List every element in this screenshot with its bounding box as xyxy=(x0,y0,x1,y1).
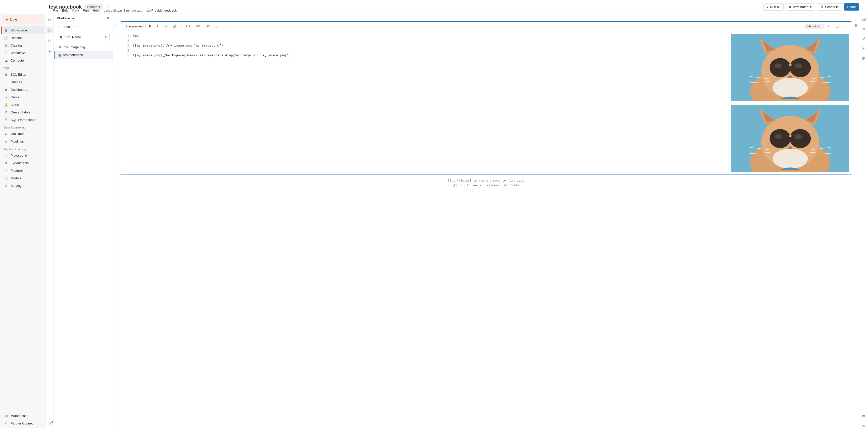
nav-label: Partner Connect xyxy=(10,422,34,425)
panel-icon[interactable]: ||\ xyxy=(861,55,866,60)
code-editor[interactable]: 1%md23![my_image.png](./my_image.png "my… xyxy=(120,31,728,174)
share-button[interactable]: Share xyxy=(844,3,859,10)
drag-handle-icon[interactable]: ⋮⋮ xyxy=(114,24,121,27)
notebook-cell[interactable]: ⋮⋮ 🗑 Hide preview B I <> 🔗 H1 H2 H3 ≣ ≡ xyxy=(120,21,852,175)
nav-icon: ⇄ xyxy=(4,421,8,425)
panel-notebook-icon[interactable]: ▤ xyxy=(46,16,53,23)
numbered-list-button[interactable]: ≡ xyxy=(221,23,227,29)
file-name: my_image.png xyxy=(64,45,85,49)
sidebar-item-catalog[interactable]: ▤Catalog xyxy=(1,41,44,49)
nav-icon: ▦ xyxy=(4,87,8,91)
bottom-panel-icon[interactable]: ▭ xyxy=(861,423,866,428)
file-icon: 🗎 xyxy=(58,45,62,49)
back-icon[interactable]: ← xyxy=(57,24,61,29)
bullet-list-button[interactable]: ≣ xyxy=(213,23,220,29)
panel-schema-icon[interactable]: ⬡ xyxy=(46,37,53,44)
file-item[interactable]: ▤test notebook xyxy=(54,51,113,59)
file-item[interactable]: 🗎my_image.png xyxy=(54,43,113,51)
code-text[interactable] xyxy=(133,38,728,43)
sidebar-item-features[interactable]: ▫Features xyxy=(1,167,44,174)
panel-folder-icon[interactable]: 🗀 xyxy=(46,27,53,33)
cell-type-badge[interactable]: Markdown xyxy=(805,24,824,29)
menu-edit[interactable]: Edit xyxy=(62,8,68,12)
sidebar-item-pipelines[interactable]: ⑃Pipelines xyxy=(1,138,44,145)
sidebar-item-workspace[interactable]: ▦Workspace xyxy=(1,26,44,34)
compute-status-button[interactable]: Terminated▾ xyxy=(785,3,815,10)
expand-icon[interactable]: ⛶ xyxy=(834,23,841,29)
sidebar-item-playground[interactable]: ▭Playground xyxy=(1,152,44,159)
nav-section-header: Data Engineering xyxy=(1,123,44,130)
preview-image xyxy=(731,105,849,172)
code-text[interactable]: ![my_image.png](./my_image.png "my_image… xyxy=(133,43,728,48)
file-icon: ▤ xyxy=(58,53,61,57)
bold-button[interactable]: B xyxy=(147,23,153,29)
close-icon[interactable]: ✕ xyxy=(107,16,110,20)
kebab-icon[interactable]: ⋮ xyxy=(842,23,850,29)
sidebar-item-job-runs[interactable]: ▸Job Runs xyxy=(1,130,44,138)
workspace-panel-title: Workspace xyxy=(57,16,74,20)
sidebar-item-alerts[interactable]: 🔔Alerts xyxy=(1,101,44,108)
editor-line[interactable]: 1%md xyxy=(120,33,728,38)
hint-line: [Esc H] to see all keyboard shortcuts xyxy=(118,183,854,188)
new-button[interactable]: +New xyxy=(2,15,43,24)
collapse-icon[interactable]: ⌃ xyxy=(861,5,864,9)
menu-view[interactable]: View xyxy=(72,8,79,12)
run-all-button[interactable]: ▸Run all xyxy=(764,3,783,10)
code-text[interactable] xyxy=(133,48,728,53)
breadcrumb[interactable]: cats drop xyxy=(64,25,77,29)
shortcuts-icon[interactable]: ⌘ xyxy=(861,413,866,419)
code-text[interactable]: %md xyxy=(133,33,728,38)
svg-point-20 xyxy=(795,134,802,139)
markdown-preview xyxy=(728,31,852,174)
sidebar-item-genie[interactable]: ✦Genie xyxy=(1,93,44,101)
feedback-link[interactable]: 💬Provide feedback xyxy=(147,8,177,12)
code-button[interactable]: <> xyxy=(161,23,169,29)
sidebar-item-workflows[interactable]: ⑂Workflows xyxy=(1,49,44,57)
workspace-icon-column: ▤ 🗀 ⬡ ✦ xyxy=(45,14,54,428)
sidebar-item-models[interactable]: ⬡Models xyxy=(1,174,44,182)
sort-selector[interactable]: ⇅ Sort: Name ▾ xyxy=(57,33,110,41)
nav-icon: ▤ xyxy=(4,43,8,47)
sidebar-item-dashboards[interactable]: ▦Dashboards xyxy=(1,86,44,93)
h3-button[interactable]: H3 xyxy=(204,23,212,29)
sidebar-item-recents[interactable]: 🕘Recents xyxy=(1,34,44,41)
schedule-button[interactable]: 🗓Schedule xyxy=(817,3,842,10)
editor-line[interactable]: 5![my_image.png](/Workspace/Users/userna… xyxy=(120,53,728,58)
delete-cell-icon[interactable]: 🗑 xyxy=(855,24,858,27)
editor-line[interactable]: 2 xyxy=(120,38,728,43)
activity-icon[interactable]: 🕘 xyxy=(49,422,53,426)
sidebar-item-marketplace[interactable]: 🛍Marketplace xyxy=(1,412,44,420)
sidebar-item-query-history[interactable]: ↺Query History xyxy=(1,108,44,116)
sidebar-item-queries[interactable]: ▭Queries xyxy=(1,78,44,86)
chevron-down-icon: ▾ xyxy=(105,35,107,39)
sidebar-item-sql-warehouses[interactable]: 🗄SQL Warehouses xyxy=(1,116,44,123)
code-text[interactable]: ![my_image.png](/Workspace/Users/usernam… xyxy=(133,53,728,58)
sidebar-item-compute[interactable]: ☁Compute xyxy=(1,57,44,64)
italic-button[interactable]: I xyxy=(155,23,160,29)
menu-file[interactable]: File xyxy=(53,8,58,12)
sidebar-item-partner-connect[interactable]: ⇄Partner Connect xyxy=(1,420,44,427)
editor-line[interactable]: 4 xyxy=(120,48,728,53)
nav-label: SQL Warehouses xyxy=(10,118,36,122)
sidebar-item-serving[interactable]: ↗Serving xyxy=(1,182,44,189)
mlflow-icon[interactable]: ⚗ xyxy=(861,26,866,31)
last-edit-info[interactable]: Last edit was 1 minute ago xyxy=(103,8,143,12)
schedule-label: Schedule xyxy=(825,5,839,9)
comments-icon[interactable]: 💬 xyxy=(861,17,866,22)
sidebar-item-experiments[interactable]: ⚗Experiments xyxy=(1,159,44,167)
nav-label: Features xyxy=(10,169,23,172)
hide-preview-button[interactable]: Hide preview xyxy=(122,23,146,29)
history-icon[interactable]: ↺ xyxy=(861,36,866,41)
sidebar-item-sql-editor[interactable]: ▤SQL Editor xyxy=(1,71,44,78)
menu-run[interactable]: Run xyxy=(83,8,89,12)
variables-icon[interactable]: {x} xyxy=(861,46,866,51)
h2-button[interactable]: H2 xyxy=(194,23,202,29)
nav-label: Pipelines xyxy=(10,140,24,143)
assistant-icon[interactable]: ✦ xyxy=(825,23,832,29)
link-button[interactable]: 🔗 xyxy=(170,23,179,29)
kebab-icon[interactable]: ⋮ xyxy=(106,25,110,29)
panel-assistant-icon[interactable]: ✦ xyxy=(46,48,53,55)
editor-line[interactable]: 3![my_image.png](./my_image.png "my_imag… xyxy=(120,43,728,48)
menu-help[interactable]: Help xyxy=(93,8,99,12)
h1-button[interactable]: H1 xyxy=(184,23,192,29)
